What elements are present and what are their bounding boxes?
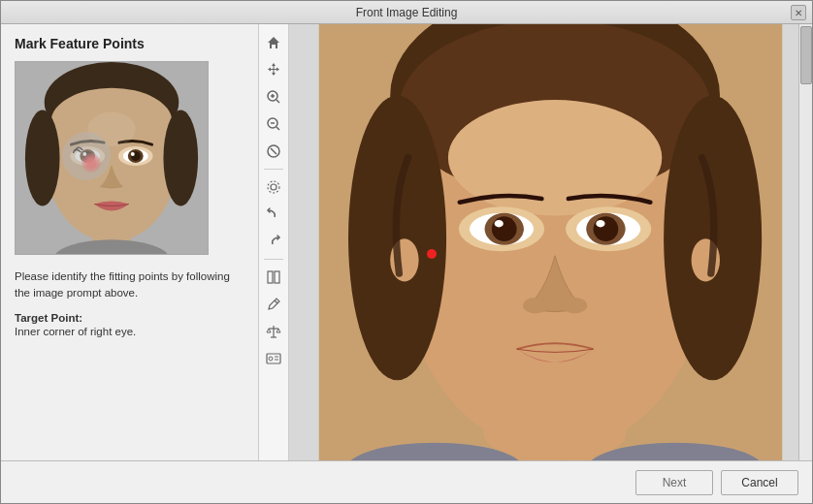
zoom-in-button[interactable] (261, 84, 286, 110)
section-title: Mark Feature Points (15, 36, 244, 51)
window-title: Front Image Editing (356, 6, 458, 19)
id-card-icon (266, 351, 281, 366)
reset-zoom-icon (266, 143, 281, 159)
settings-button[interactable] (261, 174, 286, 200)
thumbnail-area (15, 61, 209, 255)
cancel-button[interactable]: Cancel (721, 470, 798, 495)
close-button[interactable]: ✕ (791, 5, 806, 20)
redo-button[interactable] (261, 229, 286, 254)
redo-icon (266, 234, 281, 249)
pencil-icon (266, 297, 281, 312)
svg-line-25 (276, 127, 279, 130)
svg-point-50 (492, 216, 517, 241)
svg-point-5 (163, 110, 198, 206)
svg-rect-30 (268, 271, 273, 283)
reset-zoom-button[interactable] (261, 139, 286, 164)
home-icon (266, 35, 281, 50)
compare-icon (266, 269, 281, 285)
toolbar-separator-1 (264, 169, 283, 170)
toolbar (258, 24, 289, 460)
compare-button[interactable] (261, 265, 286, 290)
instruction-text: Please identify the fitting points by fo… (15, 268, 244, 302)
svg-line-32 (275, 300, 277, 303)
svg-rect-31 (275, 271, 279, 283)
title-bar: Front Image Editing ✕ (1, 1, 812, 24)
highlight-overlay (62, 132, 111, 180)
svg-point-17 (131, 152, 135, 156)
svg-line-27 (271, 148, 276, 154)
svg-point-55 (594, 216, 619, 241)
content-area: Mark Feature Points (1, 24, 812, 460)
balance-button[interactable] (261, 319, 286, 344)
pan-icon (266, 62, 281, 78)
target-label: Target Point: (15, 312, 244, 324)
main-face-image (289, 24, 812, 460)
svg-point-37 (269, 357, 273, 361)
svg-point-57 (523, 298, 548, 314)
svg-point-58 (562, 298, 587, 314)
svg-point-62 (484, 407, 627, 460)
main-image-panel[interactable] (289, 24, 812, 460)
svg-point-4 (25, 110, 60, 206)
svg-point-56 (596, 220, 604, 227)
left-panel: Mark Feature Points (1, 24, 258, 460)
next-button[interactable]: Next (635, 470, 713, 495)
zoom-in-icon (266, 89, 281, 105)
balance-icon (266, 324, 281, 339)
face-container (289, 24, 812, 460)
zoom-out-button[interactable] (261, 111, 286, 137)
scrollbar[interactable] (798, 24, 812, 460)
undo-button[interactable] (261, 202, 286, 227)
svg-point-51 (495, 220, 504, 227)
svg-point-28 (271, 184, 276, 190)
bottom-bar: Next Cancel (1, 460, 812, 503)
home-tool-button[interactable] (261, 30, 286, 55)
pan-tool-button[interactable] (261, 57, 286, 82)
scrollbar-thumb[interactable] (800, 26, 812, 84)
thumbnail-face-image (16, 62, 208, 254)
target-value: Inner corner of right eye. (15, 326, 244, 337)
zoom-out-icon (266, 116, 281, 132)
undo-icon (266, 206, 281, 222)
id-card-button[interactable] (261, 346, 286, 371)
pencil-button[interactable] (261, 292, 286, 317)
svg-line-22 (276, 100, 279, 103)
settings-icon (266, 179, 281, 195)
svg-point-29 (268, 181, 279, 193)
main-window: Front Image Editing ✕ Mark Feature Point… (0, 0, 813, 504)
toolbar-separator-2 (264, 259, 283, 260)
main-feature-point (427, 249, 437, 259)
